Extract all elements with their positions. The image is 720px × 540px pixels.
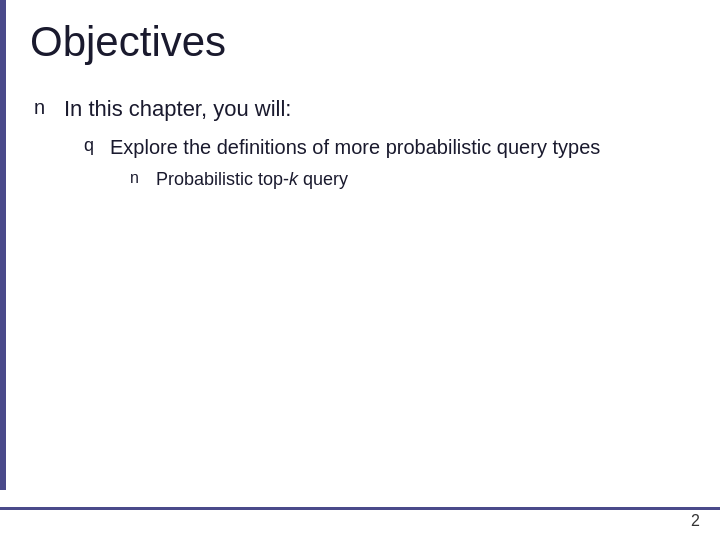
sub-sub-item-text: Probabilistic top-k query: [156, 167, 348, 192]
main-item-text: In this chapter, you will:: [64, 96, 291, 121]
sub-sub-list: n Probabilistic top-k query: [110, 167, 600, 192]
main-item-content: In this chapter, you will: q Explore the…: [64, 94, 600, 204]
sub-sub-list-item: n Probabilistic top-k query: [130, 167, 600, 192]
sub-sub-bullet: n: [130, 169, 146, 187]
slide-content: Objectives n In this chapter, you will: …: [0, 0, 720, 234]
bottom-bar-decoration: [0, 507, 720, 510]
slide: Objectives n In this chapter, you will: …: [0, 0, 720, 540]
main-list: n In this chapter, you will: q Explore t…: [24, 94, 684, 204]
sub-item-text: Explore the definitions of more probabil…: [110, 136, 600, 158]
slide-title: Objectives: [24, 18, 684, 66]
italic-k: k: [289, 169, 298, 189]
sub-list-item: q Explore the definitions of more probab…: [84, 133, 600, 196]
page-number: 2: [691, 512, 700, 530]
left-border-decoration: [0, 0, 6, 490]
sub-list: q Explore the definitions of more probab…: [64, 133, 600, 196]
main-bullet: n: [34, 96, 52, 119]
main-list-item: n In this chapter, you will: q Explore t…: [34, 94, 684, 204]
sub-bullet: q: [84, 135, 100, 156]
sub-item-content: Explore the definitions of more probabil…: [110, 133, 600, 196]
